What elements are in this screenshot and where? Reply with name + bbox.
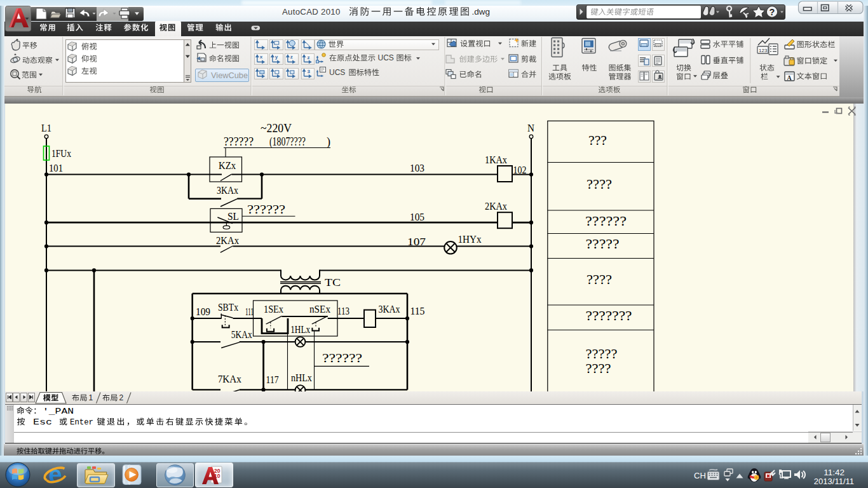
svg-text:???????: ??????? <box>586 308 632 323</box>
svg-text:107: 107 <box>407 236 426 248</box>
svg-text:nHLx: nHLx <box>291 372 312 384</box>
svg-text:SBTx: SBTx <box>218 301 238 313</box>
svg-text:11:42: 11:42 <box>824 468 844 477</box>
svg-text:101: 101 <box>49 162 63 174</box>
svg-text:105: 105 <box>410 211 424 223</box>
svg-text:2013/11/11: 2013/11/11 <box>814 477 854 486</box>
svg-text:z: z <box>290 54 293 60</box>
svg-text:Esc: Esc <box>33 417 52 427</box>
svg-text:???: ??? <box>588 133 607 148</box>
svg-text:??????: ?????? <box>247 203 285 216</box>
svg-text:ViewCube: ViewCube <box>211 71 248 80</box>
svg-text:5KAx: 5KAx <box>231 329 252 341</box>
svg-text:SL: SL <box>227 210 239 222</box>
svg-text:113: 113 <box>337 305 349 317</box>
svg-text:????: ???? <box>587 177 612 192</box>
svg-text:2: 2 <box>119 393 124 402</box>
svg-text:y: y <box>275 54 278 60</box>
svg-text:nSEx: nSEx <box>309 303 330 315</box>
svg-text:?????: ????? <box>586 236 620 252</box>
svg-text:): ) <box>327 135 330 149</box>
svg-text:111: 111 <box>245 306 254 318</box>
svg-text:AutoCAD 2010: AutoCAD 2010 <box>282 7 341 17</box>
svg-text:Enter: Enter <box>70 417 93 427</box>
svg-text:?????: ????? <box>586 346 618 362</box>
svg-text:1FUx: 1FUx <box>51 147 71 159</box>
svg-text:3KAx: 3KAx <box>379 303 400 315</box>
svg-text:2KAx: 2KAx <box>216 234 239 247</box>
svg-text:KZx: KZx <box>219 159 236 172</box>
svg-text:3: 3 <box>308 69 311 74</box>
svg-text:103: 103 <box>410 162 424 174</box>
svg-text:123: 123 <box>759 48 768 53</box>
svg-text:7KAx: 7KAx <box>218 373 241 385</box>
svg-text:117: 117 <box>266 374 279 386</box>
svg-text:??????: ?????? <box>585 214 627 229</box>
svg-text:115: 115 <box>410 305 424 317</box>
svg-text:1HLx: 1HLx <box>290 323 310 336</box>
svg-text:N: N <box>527 122 534 134</box>
svg-text:??????: ?????? <box>322 351 362 365</box>
svg-text:L1: L1 <box>41 122 51 134</box>
svg-text:?: ? <box>770 7 775 17</box>
svg-text:????: ???? <box>587 272 612 287</box>
svg-text:(1807????: (1807???? <box>269 135 306 149</box>
svg-text:.dwg: .dwg <box>472 7 491 17</box>
svg-text:1SEx: 1SEx <box>264 303 283 315</box>
svg-text:??????: ?????? <box>224 135 254 148</box>
svg-text:3KAx: 3KAx <box>217 184 238 196</box>
svg-text:UCS: UCS <box>378 53 394 62</box>
svg-text:e: e <box>48 461 62 488</box>
svg-text:CH: CH <box>694 471 706 480</box>
svg-text:2KAx: 2KAx <box>485 200 507 212</box>
svg-text:A: A <box>787 74 792 81</box>
svg-text:????: ???? <box>586 361 611 376</box>
svg-text:'_PAN: '_PAN <box>43 407 74 416</box>
svg-text:1KAx: 1KAx <box>485 154 507 166</box>
svg-text:109: 109 <box>196 306 210 318</box>
svg-text:x: x <box>260 54 263 60</box>
svg-text:TC: TC <box>325 276 341 288</box>
svg-text:z: z <box>308 55 310 60</box>
svg-text:1: 1 <box>89 393 93 402</box>
svg-text:~220V: ~220V <box>261 122 292 135</box>
svg-text:1HYx: 1HYx <box>458 233 482 245</box>
svg-text:UCS: UCS <box>329 68 345 77</box>
svg-text:102: 102 <box>513 164 527 176</box>
